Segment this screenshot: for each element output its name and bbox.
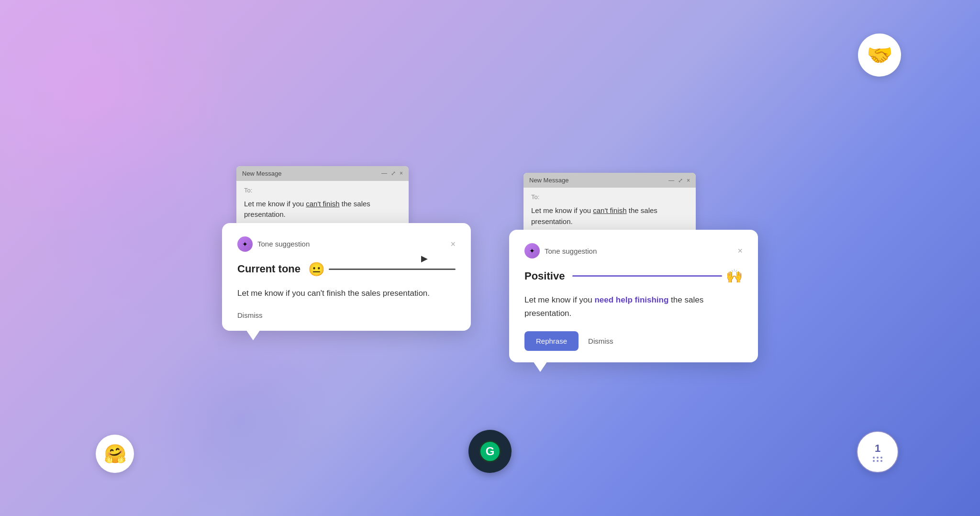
grammarly-float-icon: G xyxy=(468,430,512,473)
left-card-header: ✦ Tone suggestion × xyxy=(237,236,456,252)
right-email-titlebar: New Message — ⤢ × xyxy=(523,173,696,188)
right-card-header: ✦ Tone suggestion × xyxy=(524,243,743,258)
left-card-title: Tone suggestion xyxy=(257,240,310,248)
right-rephrase-btn[interactable]: Rephrase xyxy=(524,331,579,351)
right-maximize-btn[interactable]: ⤢ xyxy=(678,178,683,183)
notification-number: 1 xyxy=(875,442,880,455)
right-window-controls: — ⤢ × xyxy=(668,178,690,183)
right-tone-card: ✦ Tone suggestion × Positive 🙌 Let me kn… xyxy=(509,230,758,362)
right-tone-label: Positive xyxy=(524,270,565,282)
left-tone-emoji: 😐 xyxy=(308,261,325,277)
dot xyxy=(880,457,882,459)
left-tone-line xyxy=(329,269,456,270)
left-tone-indicator: 😐 xyxy=(308,261,456,277)
left-tone-header: Current tone 😐 xyxy=(237,261,456,277)
left-email-content: Let me know if you can't finish the sale… xyxy=(244,199,401,220)
left-card-close-btn[interactable]: × xyxy=(450,240,456,248)
right-tone-body: Let me know if you need help finishing t… xyxy=(524,293,743,319)
left-tone-card: ✦ Tone suggestion × Current tone 😐 Let m… xyxy=(222,223,471,331)
right-tone-indicator: 🙌 xyxy=(572,268,743,284)
left-underlined-text: can't finish xyxy=(306,200,339,208)
right-card-close-btn[interactable]: × xyxy=(737,247,743,255)
right-card-title: Tone suggestion xyxy=(545,247,597,255)
right-panel-group: New Message — ⤢ × To: Let me know if you… xyxy=(509,173,758,362)
right-grammarly-icon: ✦ xyxy=(524,243,540,258)
right-email-content: Let me know if you can't finish the sale… xyxy=(531,205,688,227)
right-dismiss-btn[interactable]: Dismiss xyxy=(588,337,613,345)
dot xyxy=(873,460,875,462)
handshake-float-icon: 🤝 xyxy=(858,34,901,77)
right-email-title: New Message xyxy=(529,177,568,184)
left-email-body: To: Let me know if you can't finish the … xyxy=(236,181,409,228)
right-highlight-text: need help finishing xyxy=(594,295,668,304)
left-minimize-btn[interactable]: — xyxy=(381,170,387,176)
dot xyxy=(877,457,879,459)
right-underlined-text: can't finish xyxy=(593,206,626,214)
left-email-to: To: xyxy=(244,187,401,194)
grammarly-g-icon: G xyxy=(479,440,501,462)
left-dismiss-btn[interactable]: Dismiss xyxy=(237,311,263,319)
right-card-header-left: ✦ Tone suggestion xyxy=(524,243,597,258)
right-tone-line xyxy=(572,275,722,277)
right-email-to: To: xyxy=(531,193,688,201)
number-float-icon: 1 xyxy=(857,431,899,473)
right-minimize-btn[interactable]: — xyxy=(668,178,674,183)
right-card-actions: Rephrase Dismiss xyxy=(524,331,743,351)
right-email-body: To: Let me know if you can't finish the … xyxy=(523,188,696,235)
dots-grid xyxy=(873,457,883,462)
dot xyxy=(877,460,879,462)
left-email-window: New Message — ⤢ × To: Let me know if you… xyxy=(236,166,409,228)
left-panel-group: New Message — ⤢ × To: Let me know if you… xyxy=(222,166,471,331)
left-email-title: New Message xyxy=(242,170,281,177)
dot xyxy=(873,457,875,459)
left-tone-body: Let me know if you can't finish the sale… xyxy=(237,287,456,300)
hugging-float-icon: 🤗 xyxy=(96,435,134,473)
right-tone-header: Positive 🙌 xyxy=(524,268,743,284)
left-window-controls: — ⤢ × xyxy=(381,170,403,176)
left-close-btn[interactable]: × xyxy=(400,170,403,176)
left-tone-label: Current tone xyxy=(237,263,301,275)
left-maximize-btn[interactable]: ⤢ xyxy=(391,170,396,176)
right-close-btn[interactable]: × xyxy=(687,178,690,183)
left-card-actions: Dismiss xyxy=(237,311,456,319)
right-tone-emoji: 🙌 xyxy=(726,268,743,284)
right-email-window: New Message — ⤢ × To: Let me know if you… xyxy=(523,173,696,235)
left-email-titlebar: New Message — ⤢ × xyxy=(236,166,409,181)
left-card-header-left: ✦ Tone suggestion xyxy=(237,236,310,252)
left-grammarly-icon: ✦ xyxy=(237,236,253,252)
dot xyxy=(880,460,882,462)
